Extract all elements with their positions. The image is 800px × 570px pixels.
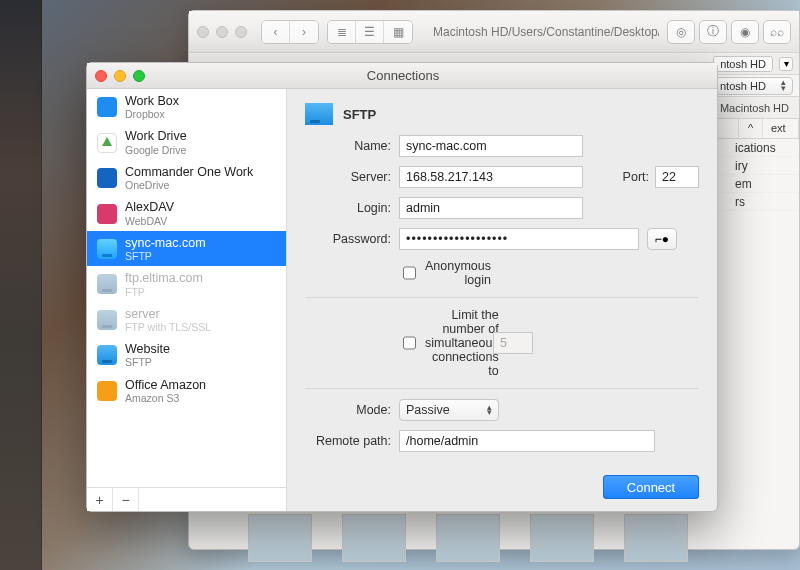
connect-button[interactable]: Connect: [603, 475, 699, 499]
s3-icon: [97, 381, 117, 401]
grid-view-icon[interactable]: ▦: [384, 21, 412, 43]
limit-checkbox[interactable]: Limit the number of simultaneous connect…: [399, 308, 485, 378]
connection-protocol: SFTP: [125, 250, 206, 262]
column-view-icon[interactable]: ☰: [356, 21, 384, 43]
zoom-icon[interactable]: [235, 26, 247, 38]
protocol-label: SFTP: [343, 107, 376, 122]
connection-name: Office Amazon: [125, 378, 206, 392]
bg-titlebar: ‹ › ≣ ☰ ▦ Macintosh HD/Users/Constantine…: [189, 11, 799, 53]
limit-value-input: [493, 332, 533, 354]
connection-item-google-drive[interactable]: Work DriveGoogle Drive: [87, 124, 286, 159]
connection-name: server: [125, 307, 211, 321]
info-icon[interactable]: ⓘ: [699, 20, 727, 44]
view-mode-segment[interactable]: ≣ ☰ ▦: [327, 20, 413, 44]
connection-protocol: Amazon S3: [125, 392, 206, 404]
key-icon[interactable]: ⌐●: [647, 228, 677, 250]
onedrive-icon: [97, 168, 117, 188]
dialog-title: Connections: [151, 68, 655, 83]
toggle-icon[interactable]: ◎: [667, 20, 695, 44]
remove-button[interactable]: −: [113, 488, 139, 511]
close-icon[interactable]: [197, 26, 209, 38]
bg-group-label: Macintosh HD: [720, 102, 789, 114]
connection-protocol: WebDAV: [125, 215, 174, 227]
zoom-icon[interactable]: [133, 70, 145, 82]
back-icon[interactable]: ‹: [262, 21, 290, 43]
name-label: Name:: [305, 139, 391, 153]
connection-item-sftp[interactable]: sync-mac.comSFTP: [87, 231, 286, 266]
connection-form: SFTP Name: Server: Port: Login: Password…: [287, 89, 717, 511]
login-input[interactable]: [399, 197, 583, 219]
port-input[interactable]: [655, 166, 699, 188]
limit-label: Limit the number of simultaneous connect…: [425, 308, 499, 378]
connection-protocol: Dropbox: [125, 108, 179, 120]
connection-protocol: FTP with TLS/SSL: [125, 321, 211, 333]
thumb[interactable]: [530, 514, 594, 562]
port-label: Port:: [623, 170, 649, 184]
connection-name: Commander One Work: [125, 165, 253, 179]
thumb[interactable]: [436, 514, 500, 562]
connection-name: Website: [125, 342, 170, 356]
connection-item-webdav[interactable]: AlexDAVWebDAV: [87, 195, 286, 230]
forward-icon[interactable]: ›: [290, 21, 318, 43]
bg-location-select[interactable]: ntosh HD ▴▾: [713, 77, 793, 95]
anonymous-checkbox[interactable]: Anonymous login: [399, 259, 485, 287]
password-input[interactable]: [399, 228, 639, 250]
add-button[interactable]: +: [87, 488, 113, 511]
limit-checkbox-input[interactable]: [403, 336, 416, 350]
list-view-icon[interactable]: ≣: [328, 21, 356, 43]
bg-tab[interactable]: ntosh HD: [713, 56, 773, 72]
anonymous-label: Anonymous login: [425, 259, 491, 287]
remote-path-input[interactable]: [399, 430, 655, 452]
connection-protocol: FTP: [125, 286, 203, 298]
connection-item-ftp-with-tls-ssl[interactable]: serverFTP with TLS/SSL: [87, 302, 286, 337]
close-icon[interactable]: [95, 70, 107, 82]
thumb[interactable]: [248, 514, 312, 562]
dialog-traffic-lights[interactable]: [95, 70, 151, 82]
connection-item-amazon-s3[interactable]: Office AmazonAmazon S3: [87, 373, 286, 408]
minimize-icon[interactable]: [114, 70, 126, 82]
divider: [305, 297, 699, 298]
ftp-icon: [97, 274, 117, 294]
chevron-updown-icon: ▴▾: [781, 80, 786, 91]
dropbox-icon: [97, 97, 117, 117]
chevron-updown-icon: ▴▾: [487, 405, 492, 416]
path-text: Macintosh HD/Users/Constantine/Desktop/w…: [433, 25, 659, 39]
connection-list: Work BoxDropboxWork DriveGoogle DriveCom…: [87, 89, 286, 487]
sort-caret-icon[interactable]: ^: [739, 119, 763, 138]
preview-icon[interactable]: ◉: [731, 20, 759, 44]
bg-traffic-lights[interactable]: [197, 26, 253, 38]
nav-back-forward[interactable]: ‹ ›: [261, 20, 319, 44]
connection-item-ftp[interactable]: ftp.eltima.comFTP: [87, 266, 286, 301]
ftp-icon: [97, 310, 117, 330]
divider: [305, 388, 699, 389]
webdav-icon: [97, 204, 117, 224]
connection-name: AlexDAV: [125, 200, 174, 214]
thumb[interactable]: [624, 514, 688, 562]
minimize-icon[interactable]: [216, 26, 228, 38]
connection-protocol: SFTP: [125, 356, 170, 368]
password-label: Password:: [305, 232, 391, 246]
name-input[interactable]: [399, 135, 583, 157]
login-label: Login:: [305, 201, 391, 215]
remote-label: Remote path:: [305, 434, 391, 448]
col-ext[interactable]: ext: [763, 119, 799, 138]
connection-item-onedrive[interactable]: Commander One WorkOneDrive: [87, 160, 286, 195]
server-label: Server:: [305, 170, 391, 184]
bg-location-label: ntosh HD: [720, 80, 766, 92]
connections-dialog: Connections Work BoxDropboxWork DriveGoo…: [86, 62, 718, 512]
connections-sidebar: Work BoxDropboxWork DriveGoogle DriveCom…: [87, 89, 287, 511]
mode-select[interactable]: Passive ▴▾: [399, 399, 499, 421]
anonymous-checkbox-input[interactable]: [403, 266, 416, 280]
connection-item-sftp[interactable]: WebsiteSFTP: [87, 337, 286, 372]
gdrive-icon: [97, 133, 117, 153]
sidebar-footer: + −: [87, 487, 286, 511]
dialog-titlebar: Connections: [87, 63, 717, 89]
server-input[interactable]: [399, 166, 583, 188]
binoculars-icon[interactable]: ⌕⌕: [763, 20, 791, 44]
connection-item-dropbox[interactable]: Work BoxDropbox: [87, 89, 286, 124]
tab-add-icon[interactable]: ▾: [779, 57, 793, 71]
connection-protocol: Google Drive: [125, 144, 187, 156]
connection-name: Work Drive: [125, 129, 187, 143]
connection-name: Work Box: [125, 94, 179, 108]
thumb[interactable]: [342, 514, 406, 562]
